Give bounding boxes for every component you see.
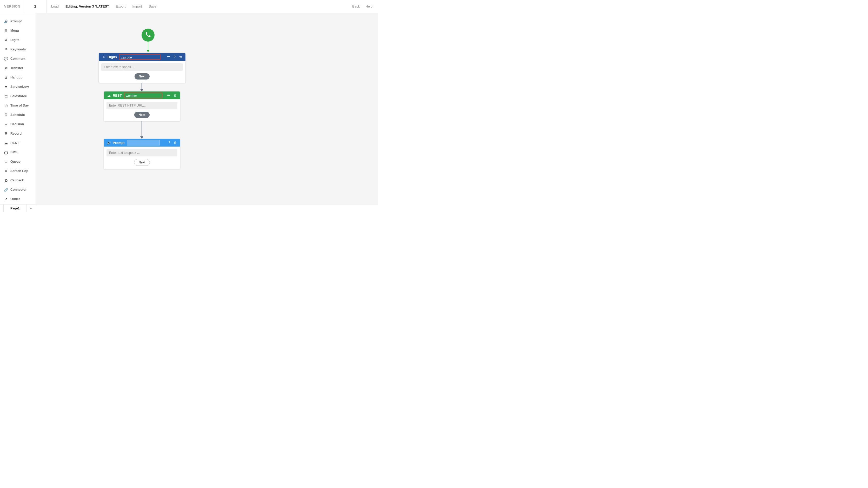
trash-icon[interactable]: 🗑 xyxy=(174,141,177,145)
comment-icon: 💬 xyxy=(4,57,8,61)
connector-rest-prompt xyxy=(142,120,142,139)
keywords-icon: ❝ xyxy=(4,48,8,52)
palette-item-label: Comment xyxy=(10,57,26,61)
palette-item-label: Callback xyxy=(10,179,24,182)
palette-item-label: SMS xyxy=(10,150,18,154)
time-of-day-icon: ◷ xyxy=(4,104,8,108)
bottom-bar: Page1 + xyxy=(0,204,378,212)
palette-item-connector[interactable]: 🔗Connector xyxy=(0,185,36,194)
cloud-icon: ☁ xyxy=(106,94,111,97)
palette-item-transfer[interactable]: ⇄Transfer xyxy=(0,63,36,73)
flow-canvas[interactable]: # Digits zipcode ••• ? 🗑 Enter text to s… xyxy=(36,13,378,204)
node-digits-text-input[interactable]: Enter text to speak ... xyxy=(101,63,183,71)
screen-pop-icon: ✶ xyxy=(4,169,8,173)
palette-item-outlet[interactable]: ↗Outlet xyxy=(0,194,36,204)
palette-item-schedule[interactable]: 🗓Schedule xyxy=(0,110,36,120)
node-prompt-name-input[interactable] xyxy=(127,140,160,146)
more-icon[interactable]: ••• xyxy=(167,55,170,59)
palette-item-label: Time of Day xyxy=(10,104,29,107)
help-icon[interactable]: ? xyxy=(168,141,170,145)
node-digits-name-input[interactable]: zipcode xyxy=(119,54,160,60)
palette-item-decision[interactable]: ↔Decision xyxy=(0,120,36,129)
node-digits[interactable]: # Digits zipcode ••• ? 🗑 Enter text to s… xyxy=(99,53,185,83)
node-rest-name-input[interactable]: weather xyxy=(124,92,162,98)
prompt-icon: 🔊 xyxy=(4,20,8,23)
palette-item-label: Hangup xyxy=(10,75,23,79)
back-button[interactable]: Back xyxy=(352,4,360,8)
help-button[interactable]: Help xyxy=(366,4,372,8)
palette-item-screen-pop[interactable]: ✶Screen Pop xyxy=(0,166,36,176)
palette-item-label: Screen Pop xyxy=(10,169,28,173)
transfer-icon: ⇄ xyxy=(4,66,8,70)
help-icon[interactable]: ? xyxy=(174,55,176,59)
connector-start-digits xyxy=(148,41,148,52)
palette-item-prompt[interactable]: 🔊Prompt xyxy=(0,17,36,26)
connector-icon: 🔗 xyxy=(4,188,8,192)
node-rest-url-input[interactable]: Enter REST HTTP URL... xyxy=(106,102,177,109)
palette-item-label: Schedule xyxy=(10,113,25,117)
palette-item-servicenow[interactable]: ♥ServiceNow xyxy=(0,82,36,91)
palette-item-label: Record xyxy=(10,132,22,135)
load-button[interactable]: Load xyxy=(51,4,59,8)
palette-item-hangup[interactable]: ⊘Hangup xyxy=(0,73,36,82)
version-label: VERSION xyxy=(4,4,24,8)
import-button[interactable]: Import xyxy=(132,4,142,8)
palette-item-queue[interactable]: ≡Queue xyxy=(0,157,36,166)
node-digits-next-button[interactable]: Next xyxy=(134,73,150,80)
node-digits-header[interactable]: # Digits zipcode ••• ? 🗑 xyxy=(99,53,185,61)
palette-item-label: Menu xyxy=(10,29,19,32)
palette-item-rest[interactable]: ☁REST xyxy=(0,138,36,148)
editing-label: Editing: Version 3 *LATEST xyxy=(65,4,109,8)
palette-item-comment[interactable]: 💬Comment xyxy=(0,54,36,63)
salesforce-icon: ⬚ xyxy=(4,94,8,98)
start-node[interactable] xyxy=(142,29,155,41)
sms-icon: ◯ xyxy=(4,150,8,154)
export-button[interactable]: Export xyxy=(116,4,126,8)
rest-icon: ☁ xyxy=(4,141,8,145)
digits-icon: # xyxy=(4,38,8,42)
palette-item-label: Decision xyxy=(10,122,24,126)
node-prompt-header[interactable]: 🔊 Prompt ? 🗑 xyxy=(104,139,180,147)
node-digits-actions: ••• ? 🗑 xyxy=(167,55,185,59)
menu-icon: ☰ xyxy=(4,29,8,33)
record-icon: 🎙 xyxy=(4,132,8,135)
bottom-spacer xyxy=(0,205,4,212)
palette-item-salesforce[interactable]: ⬚Salesforce xyxy=(0,91,36,101)
trash-icon[interactable]: 🗑 xyxy=(174,94,177,97)
palette-item-keywords[interactable]: ❝Keywords xyxy=(0,45,36,54)
node-prompt-actions: ? 🗑 xyxy=(168,141,180,145)
node-rest-next-button[interactable]: Next xyxy=(134,112,149,118)
node-prompt-next-button[interactable]: Next xyxy=(134,159,150,166)
palette-item-label: Keywords xyxy=(10,48,26,51)
page-tab-1[interactable]: Page1 xyxy=(4,205,27,212)
node-prompt-text-input[interactable]: Enter text to speak ... xyxy=(106,149,177,156)
palette-item-label: REST xyxy=(10,141,19,145)
node-prompt[interactable]: 🔊 Prompt ? 🗑 Enter text to speak ... Nex… xyxy=(104,139,180,169)
palette-item-callback[interactable]: ✆Callback xyxy=(0,176,36,185)
palette-item-digits[interactable]: #Digits xyxy=(0,35,36,45)
trash-icon[interactable]: 🗑 xyxy=(179,55,182,59)
more-icon[interactable]: ••• xyxy=(167,94,170,97)
queue-icon: ≡ xyxy=(4,160,8,164)
palette-item-label: Outlet xyxy=(10,197,20,201)
servicenow-icon: ♥ xyxy=(4,85,8,89)
palette-item-label: Connector xyxy=(10,188,27,191)
palette-item-label: Digits xyxy=(10,38,20,42)
palette-sidebar: 🔊Prompt☰Menu#Digits❝Keywords💬Comment⇄Tra… xyxy=(0,13,36,204)
palette-item-record[interactable]: 🎙Record xyxy=(0,129,36,138)
node-rest-title: REST xyxy=(113,94,122,97)
outlet-icon: ↗ xyxy=(4,197,8,201)
node-rest[interactable]: ☁ REST weather ••• 🗑 Enter REST HTTP URL… xyxy=(104,91,180,121)
node-rest-header[interactable]: ☁ REST weather ••• 🗑 xyxy=(104,91,180,99)
version-number[interactable]: 3 xyxy=(24,0,46,13)
hangup-icon: ⊘ xyxy=(4,75,8,80)
node-rest-body: Enter REST HTTP URL... Next xyxy=(104,99,180,121)
palette-item-menu[interactable]: ☰Menu xyxy=(0,26,36,35)
hashtag-icon: # xyxy=(101,55,106,59)
palette-item-sms[interactable]: ◯SMS xyxy=(0,148,36,157)
add-page-button[interactable]: + xyxy=(27,206,35,211)
save-button[interactable]: Save xyxy=(149,4,156,8)
palette-item-time-of-day[interactable]: ◷Time of Day xyxy=(0,101,36,110)
top-bar-right: Back Help xyxy=(352,0,378,13)
node-prompt-body: Enter text to speak ... Next xyxy=(104,147,180,169)
